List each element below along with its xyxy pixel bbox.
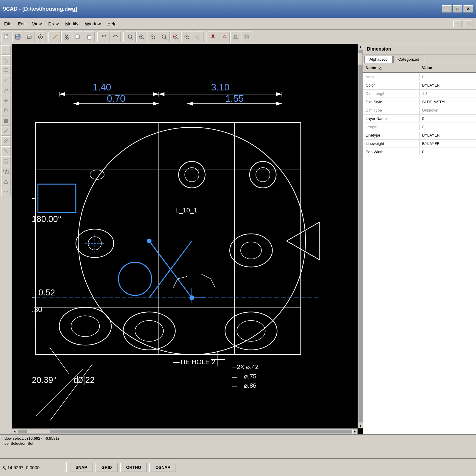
rect-draw-button[interactable] <box>1 65 11 75</box>
draw-line-button[interactable] <box>50 32 61 42</box>
minimize-button[interactable]: ─ <box>442 5 452 12</box>
redo-button[interactable] <box>110 32 121 42</box>
props-row-5[interactable]: Layer Name0 <box>363 115 476 123</box>
polyline-button[interactable] <box>1 86 11 95</box>
zoom-extents-button[interactable] <box>148 32 158 42</box>
dim-button[interactable] <box>230 32 241 42</box>
zoom-all-button[interactable] <box>125 32 136 42</box>
prop-value-7[interactable]: BYLAYER <box>420 132 476 139</box>
pencil-button[interactable] <box>1 76 11 85</box>
svg-text:0.70: 0.70 <box>107 93 125 104</box>
rotate-button[interactable] <box>1 106 11 115</box>
menu-draw[interactable]: Draw <box>45 20 62 27</box>
vertical-scrollbar[interactable]: ▲ ▼ <box>358 44 363 428</box>
menu-edit[interactable]: Edit <box>15 20 29 27</box>
hatch2-button[interactable] <box>1 146 11 156</box>
menu-right-buttons: ─ □ <box>453 21 475 27</box>
menu-file[interactable]: File <box>1 20 14 27</box>
trim-button[interactable] <box>1 126 11 136</box>
grid-button[interactable]: GRID <box>95 463 118 472</box>
prop-value-8[interactable]: BYLAYER <box>420 140 476 147</box>
cut-button[interactable] <box>61 32 72 42</box>
cad-drawing[interactable]: 1.40 3.10 0.70 1.55 1 <box>12 44 358 428</box>
prop-value-6[interactable]: 0 <box>420 123 476 130</box>
header-value: Value <box>420 64 476 71</box>
scroll-thumb-h[interactable] <box>27 430 51 433</box>
snap-button[interactable]: SNAP <box>70 463 93 472</box>
prop-value-2[interactable]: 1.3 <box>420 90 476 97</box>
osnap-button[interactable]: OSNAP <box>149 463 176 472</box>
props-row-4[interactable]: Dim TypeUnknown <box>363 106 476 115</box>
svg-marker-73 <box>4 179 8 184</box>
pan-button[interactable] <box>193 32 203 42</box>
prop-value-9[interactable]: 0 <box>420 148 476 155</box>
prop-value-1[interactable]: BYLAYER <box>420 82 476 89</box>
move-crosshair-button[interactable] <box>1 96 11 105</box>
layers-button[interactable] <box>242 32 252 42</box>
tab-categorized[interactable]: Categorized <box>393 56 424 63</box>
props-row-8[interactable]: LineweightBYLAYER <box>363 140 476 148</box>
zoom-minus-button[interactable] <box>181 32 192 42</box>
triangle-button[interactable] <box>1 177 11 186</box>
paste-button[interactable] <box>84 32 95 42</box>
maximize-button[interactable]: □ <box>453 5 462 12</box>
fill-button[interactable] <box>1 116 11 126</box>
ortho-button[interactable]: ORTHO <box>120 463 147 472</box>
props-row-9[interactable]: Pen Width0 <box>363 148 476 156</box>
cad-svg: 1.40 3.10 0.70 1.55 1 <box>12 44 358 428</box>
props-row-1[interactable]: ColorBYLAYER <box>363 81 476 90</box>
menu-restore-button[interactable]: □ <box>464 21 472 27</box>
props-row-3[interactable]: Dim StyleSLDDIMSTYL <box>363 98 476 106</box>
scroll-track-v[interactable] <box>358 50 363 422</box>
scroll-down-button[interactable]: ▼ <box>358 423 363 428</box>
preview-button[interactable] <box>35 32 46 42</box>
menu-view[interactable]: View <box>29 20 45 27</box>
text-button[interactable]: A <box>208 32 218 42</box>
new-button[interactable] <box>1 32 12 42</box>
zoom-in-button[interactable] <box>136 32 147 42</box>
svg-point-68 <box>4 159 8 163</box>
close-button[interactable]: ✕ <box>464 5 473 12</box>
prop-value-0[interactable]: 0 <box>420 73 476 80</box>
save-button[interactable] <box>12 32 23 42</box>
svg-point-14 <box>65 37 67 39</box>
prop-value-4[interactable]: Unknown <box>420 107 476 114</box>
menu-help[interactable]: Help <box>104 20 120 27</box>
command-prompt[interactable] <box>2 449 474 450</box>
horizontal-scrollbar[interactable]: ◄ ► <box>12 428 358 434</box>
select-cross-button[interactable] <box>1 55 11 65</box>
scroll-right-button[interactable]: ► <box>352 429 358 434</box>
scroll-thumb-v[interactable] <box>358 53 363 65</box>
undo-button[interactable] <box>99 32 109 42</box>
select-arrow-button[interactable] <box>1 45 11 55</box>
menu-window[interactable]: Window <box>82 20 104 27</box>
props-row-2[interactable]: Dim Length1.3 <box>363 90 476 98</box>
scale-button[interactable] <box>1 167 11 176</box>
coordinates-display: 3, 14.5267, 0.0000 <box>2 465 62 470</box>
scroll-track-h[interactable] <box>18 430 352 433</box>
hatch-button[interactable] <box>1 136 11 146</box>
prop-value-5[interactable]: 0 <box>420 115 476 122</box>
text-style-button[interactable]: A <box>219 32 230 42</box>
scroll-up-button[interactable]: ▲ <box>358 44 363 49</box>
scroll-left-button[interactable]: ◄ <box>12 429 17 434</box>
svg-line-13 <box>67 35 68 37</box>
tab-alphabetic[interactable]: Alphabetic <box>364 56 393 63</box>
print-button[interactable] <box>24 32 35 42</box>
props-row-6[interactable]: Length0 <box>363 123 476 131</box>
zoom-scale-button[interactable]: + <box>159 32 170 42</box>
copy-button[interactable] <box>73 32 83 42</box>
props-row-7[interactable]: LinetypeBYLAYER <box>363 131 476 140</box>
prop-name-2: Dim Length <box>363 90 420 97</box>
circle-button[interactable] <box>1 156 11 166</box>
props-row-0[interactable]: Area0 <box>363 73 476 81</box>
svg-text:1.40: 1.40 <box>93 82 111 93</box>
prop-value-3[interactable]: SLDDIMSTYL <box>420 98 476 105</box>
zoom-plus-button[interactable] <box>170 32 181 42</box>
title-text: 9CAD - [D:\test\housing.dwg] <box>3 6 442 12</box>
svg-point-15 <box>67 37 68 39</box>
flip-button[interactable] <box>1 187 11 196</box>
menu-minimize-button[interactable]: ─ <box>453 21 462 27</box>
canvas-area[interactable]: 1.40 3.10 0.70 1.55 1 <box>12 44 363 434</box>
menu-modify[interactable]: Modify <box>62 20 81 27</box>
